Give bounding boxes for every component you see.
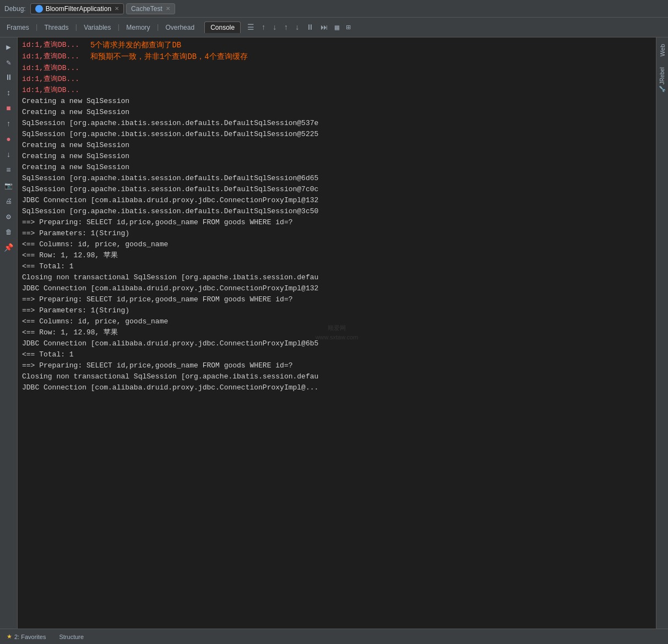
variables-nav[interactable]: Variables [80, 22, 114, 33]
dot-icon[interactable]: ● [2, 132, 16, 147]
console-line-12: Creating a new SqlSession [22, 162, 651, 173]
pause-icon[interactable]: ⏸ [2, 71, 16, 85]
console-text-20: <== Row: 1, 12.98, 苹果 [22, 250, 118, 261]
console-text-29: <== Total: 1 [22, 349, 74, 360]
console-text-3: id:1,查询DB... [22, 63, 79, 74]
toolbar-grid-icon[interactable]: ▦ [333, 21, 341, 33]
tab-cache-label: CacheTest [131, 5, 162, 13]
console-line-32: JDBC Connection [com.alibaba.druid.proxy… [22, 382, 651, 393]
jrebel-sidebar-label[interactable]: 🔧 JRebel [658, 63, 666, 97]
console-text-13: SqlSession [org.apache.ibatis.session.de… [22, 173, 318, 184]
up-arrow-icon[interactable]: ↑ [2, 117, 16, 131]
console-text-15: JDBC Connection [com.alibaba.druid.proxy… [22, 195, 318, 206]
console-text-4: id:1,查询DB... [22, 74, 79, 85]
console-line-1: id:1,查询DB... 5个请求并发的都查询了DB [22, 40, 651, 51]
tab-bloom-close[interactable]: ✕ [115, 6, 119, 12]
console-line-27: <== Row: 1, 12.98, 苹果 [22, 327, 651, 338]
console-text-7: Creating a new SqlSession [22, 107, 129, 118]
tab-bloom[interactable]: BloomFilterApplication ✕ [30, 3, 124, 14]
console-text-25: ==> Parameters: 1(String) [22, 305, 129, 316]
console-line-19: <== Columns: id, price, goods_name [22, 239, 651, 250]
console-text-14: SqlSession [org.apache.ibatis.session.de… [22, 184, 318, 195]
main-layout: ▶ ✎ ⏸ ↕ ■ ↑ ● ↓ ≡ 📷 🖨 ⚙ 🗑 📌 id:1,查询DB...… [0, 37, 668, 629]
tab-cache-close[interactable]: ✕ [166, 6, 170, 12]
console-line-4: id:1,查询DB... [22, 74, 651, 85]
console-line-13: SqlSession [org.apache.ibatis.session.de… [22, 173, 651, 184]
toolbar-pause-icon[interactable]: ⏸ [304, 22, 316, 33]
console-tab-label: Console [210, 24, 235, 31]
left-sidebar: ▶ ✎ ⏸ ↕ ■ ↑ ● ↓ ≡ 📷 🖨 ⚙ 🗑 📌 [0, 37, 18, 629]
tab-favorites[interactable]: ★ 2: Favorites [0, 631, 52, 642]
memory-nav[interactable]: Memory [123, 22, 153, 33]
sort-icon[interactable]: ↕ [2, 86, 16, 100]
toolbar-skip-icon[interactable]: ⏭ [318, 22, 330, 33]
gear-icon[interactable]: ⚙ [2, 209, 16, 224]
bloom-tab-icon [35, 5, 43, 13]
console-line-28: JDBC Connection [com.alibaba.druid.proxy… [22, 338, 651, 349]
console-text-5: id:1,查询DB... [22, 85, 79, 96]
debug-label: Debug: [4, 5, 26, 13]
console-text-27: <== Row: 1, 12.98, 苹果 [22, 327, 118, 338]
console-line-29: <== Total: 1 [22, 349, 651, 360]
console-line-31: Closing non transactional SqlSession [or… [22, 371, 651, 382]
console-text-6: Creating a new SqlSession [22, 96, 129, 107]
tab-favorites-label: 2: Favorites [14, 634, 46, 640]
console-line-30: ==> Preparing: SELECT id,price,goods_nam… [22, 360, 651, 371]
print-icon[interactable]: 🖨 [2, 194, 16, 208]
annotation-2: 和预期不一致，并非1个查询DB，4个查询缓存 [90, 51, 248, 63]
console-line-3: id:1,查询DB... [22, 63, 651, 74]
toolbar-move-down-icon[interactable]: ↓ [292, 22, 301, 33]
console-text-30: ==> Preparing: SELECT id,price,goods_nam… [22, 360, 292, 371]
stop-icon[interactable]: ■ [2, 101, 16, 116]
console-area[interactable]: id:1,查询DB... 5个请求并发的都查询了DB id:1,查询DB... … [18, 37, 656, 629]
console-text-31: Closing non transactional SqlSession [or… [22, 371, 318, 382]
annotation-1: 5个请求并发的都查询了DB [90, 40, 181, 51]
console-line-15: JDBC Connection [com.alibaba.druid.proxy… [22, 195, 651, 206]
console-line-21: <== Total: 1 [22, 261, 651, 272]
toolbar-scroll-down-icon[interactable]: ↓ [270, 22, 279, 33]
console-text-1: id:1,查询DB... [22, 40, 79, 51]
down-arrow-icon[interactable]: ↓ [2, 148, 16, 162]
console-line-9: SqlSession [org.apache.ibatis.session.de… [22, 129, 651, 140]
top-bar: Debug: BloomFilterApplication ✕ CacheTes… [0, 0, 668, 18]
toolbar: Frames | Threads | Variables | Memory | … [0, 18, 668, 37]
tab-structure[interactable]: Structure [52, 631, 90, 642]
console-text-32: JDBC Connection [com.alibaba.druid.proxy… [22, 382, 318, 393]
tab-cache[interactable]: CacheTest ✕ [126, 3, 175, 14]
threads-nav[interactable]: Threads [41, 22, 72, 33]
toolbar-scroll-up-icon[interactable]: ↑ [259, 22, 268, 33]
console-text-26: <== Columns: id, price, goods_name [22, 316, 168, 327]
tab-bloom-label: BloomFilterApplication [46, 5, 111, 13]
trash-icon[interactable]: 🗑 [2, 225, 16, 239]
console-line-18: ==> Parameters: 1(String) [22, 228, 651, 239]
console-line-5: id:1,查询DB... [22, 85, 651, 96]
console-text-23: JDBC Connection [com.alibaba.druid.proxy… [22, 283, 318, 294]
console-text-17: ==> Preparing: SELECT id,price,goods_nam… [22, 217, 292, 228]
list-icon[interactable]: ≡ [2, 163, 16, 177]
console-text-2: id:1,查询DB... [22, 51, 79, 62]
right-sidebar: Web 🔧 JRebel [656, 37, 668, 629]
toolbar-icons: ☰ ↑ ↓ ↑ ↓ ⏸ ⏭ ▦ ⊞ [245, 21, 353, 33]
frames-nav[interactable]: Frames [3, 22, 32, 33]
console-tab[interactable]: Console [204, 21, 241, 33]
edit-icon[interactable]: ✎ [2, 55, 16, 69]
overhead-nav[interactable]: Overhead [162, 22, 198, 33]
console-text-28: JDBC Connection [com.alibaba.druid.proxy… [22, 338, 318, 349]
toolbar-move-up-icon[interactable]: ↑ [281, 22, 290, 33]
web-sidebar-label[interactable]: Web [658, 40, 667, 61]
console-line-24: ==> Preparing: SELECT id,price,goods_nam… [22, 294, 651, 305]
console-text-16: SqlSession [org.apache.ibatis.session.de… [22, 206, 318, 217]
favorites-star-icon: ★ [7, 633, 12, 640]
console-text-19: <== Columns: id, price, goods_name [22, 239, 168, 250]
console-text-24: ==> Preparing: SELECT id,price,goods_nam… [22, 294, 292, 305]
toolbar-layout-icon[interactable]: ⊞ [344, 21, 352, 33]
toolbar-menu-icon[interactable]: ☰ [245, 21, 257, 33]
console-line-23: JDBC Connection [com.alibaba.druid.proxy… [22, 283, 651, 294]
console-line-17: ==> Preparing: SELECT id,price,goods_nam… [22, 217, 651, 228]
pin-icon[interactable]: 📌 [2, 240, 16, 255]
resume-icon[interactable]: ▶ [2, 40, 16, 54]
console-text-22: Closing non transactional SqlSession [or… [22, 272, 318, 283]
camera-icon[interactable]: 📷 [2, 178, 16, 193]
tab-structure-label: Structure [59, 634, 84, 640]
console-line-14: SqlSession [org.apache.ibatis.session.de… [22, 184, 651, 195]
